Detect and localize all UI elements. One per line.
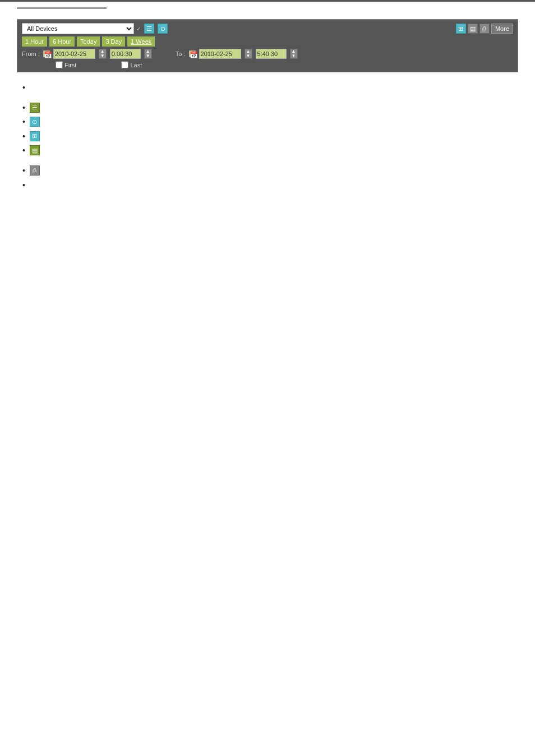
bullet-item-7: • — [22, 180, 518, 191]
to-spinner[interactable]: ▲▼ — [245, 49, 252, 59]
first-checkbox[interactable] — [56, 61, 63, 68]
content-area: All Devices ✓ ☰ ⊙ ⊞ ▤ ⎙ More 1 Hour 6 Ho… — [17, 19, 518, 191]
from-spinner[interactable]: ▲▼ — [99, 49, 107, 59]
filter-row-3: From : 📅 ▲▼ ▲▼ To : 📅 ▲▼ ▲▼ — [22, 49, 513, 59]
from-time-spinner[interactable]: ▲▼ — [144, 49, 152, 59]
bullet-item-2: • ☰ — [22, 103, 518, 114]
list-icon-btn[interactable]: ☰ — [144, 24, 154, 34]
filter-bar: All Devices ✓ ☰ ⊙ ⊞ ▤ ⎙ More 1 Hour 6 Ho… — [17, 19, 518, 72]
from-label: From : — [22, 50, 40, 57]
search-icon: ⊙ — [30, 117, 40, 127]
from-time-input[interactable] — [110, 49, 141, 59]
last-label: Last — [130, 62, 142, 68]
time-btn-today[interactable]: Today — [77, 36, 100, 47]
filter-row-2: 1 Hour 6 Hour Today 3 Day 1 Week — [22, 36, 513, 47]
top-border — [0, 0, 535, 2]
bullet-item-1: • — [22, 82, 518, 94]
last-checkbox[interactable] — [121, 61, 128, 68]
grid-icon: ⊞ — [30, 131, 40, 141]
search-icon-btn[interactable]: ⊙ — [158, 24, 168, 34]
to-calendar-icon[interactable]: 📅 — [189, 50, 196, 57]
device-select[interactable]: All Devices — [22, 23, 134, 34]
print-icon-btn[interactable]: ⎙ — [479, 24, 490, 34]
bullet-item-5: • ▤ — [22, 145, 518, 156]
print-icon: ⎙ — [30, 165, 40, 176]
more-button[interactable]: More — [491, 24, 513, 34]
table-icon: ▤ — [30, 145, 40, 155]
first-label: First — [64, 62, 76, 68]
bullet-item-6: • ⎙ — [22, 165, 518, 177]
from-date-input[interactable] — [53, 49, 95, 59]
time-btn-6hour[interactable]: 6 Hour — [49, 36, 75, 47]
time-btn-1week[interactable]: 1 Week — [127, 36, 155, 47]
bullet-item-3: • ⊙ — [22, 117, 518, 128]
filter-row-1: All Devices ✓ ☰ ⊙ ⊞ ▤ ⎙ More — [22, 23, 513, 34]
to-time-input[interactable] — [256, 49, 287, 59]
grid-icon-btn[interactable]: ⊞ — [456, 24, 466, 34]
list-view-icon: ☰ — [30, 103, 40, 113]
to-time-spinner[interactable]: ▲▼ — [290, 49, 298, 59]
table-icon-btn[interactable]: ▤ — [468, 24, 478, 34]
last-checkbox-label[interactable]: Last — [121, 61, 142, 68]
to-label: To : — [176, 50, 186, 57]
first-checkbox-label[interactable]: First — [56, 61, 76, 68]
checkbox-row: First Last — [22, 61, 513, 68]
device-select-wrapper: All Devices ✓ — [22, 23, 141, 34]
time-btn-3day[interactable]: 3 Day — [102, 36, 125, 47]
from-calendar-icon[interactable]: 📅 — [43, 50, 50, 57]
to-date-input[interactable] — [199, 49, 241, 59]
bullet-item-4: • ⊞ — [22, 131, 518, 142]
right-icons: ⊞ ▤ ⎙ More — [456, 24, 513, 34]
section-underline — [17, 7, 107, 9]
time-btn-1hour[interactable]: 1 Hour — [22, 36, 47, 47]
bullet-section: • • ☰ • ⊙ • ⊞ • ▤ • ⎙ • — [22, 82, 518, 191]
